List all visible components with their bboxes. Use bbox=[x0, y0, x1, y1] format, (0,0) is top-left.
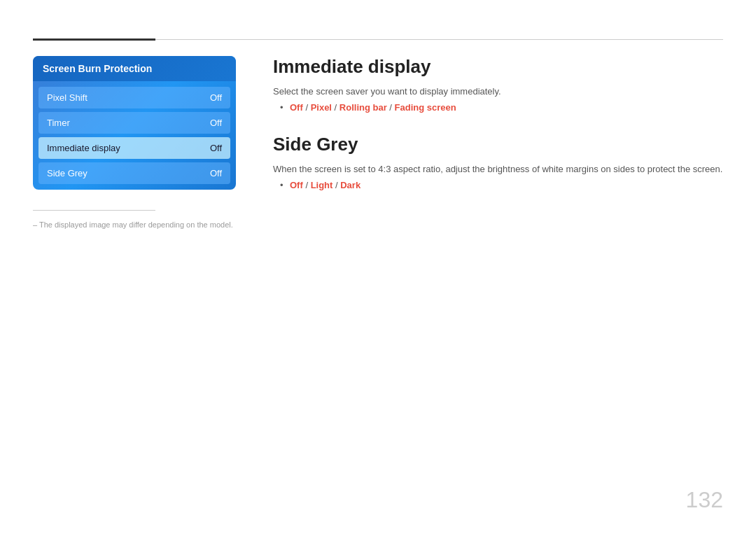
option-list-side-grey: Off / Light / Dark bbox=[273, 180, 723, 190]
section-title-side-grey: Side Grey bbox=[273, 134, 723, 155]
opt-off-immediate: Off bbox=[290, 102, 303, 113]
right-content: Immediate display Select the screen save… bbox=[273, 56, 723, 211]
menu-items: Pixel Shift Off Timer Off Immediate disp… bbox=[33, 81, 236, 190]
section-side-grey: Side Grey When the screen is set to 4:3 … bbox=[273, 134, 723, 190]
opt-rolling-bar: Rolling bar bbox=[340, 102, 387, 113]
menu-item-pixel-shift[interactable]: Pixel Shift Off bbox=[38, 87, 230, 108]
opt-off-side-grey: Off bbox=[290, 180, 303, 190]
menu-title: Screen Burn Protection bbox=[33, 56, 236, 81]
top-decorative-lines bbox=[33, 38, 723, 41]
footer-note: – The displayed image may differ dependi… bbox=[33, 220, 233, 229]
section-title-immediate-display: Immediate display bbox=[273, 56, 723, 78]
option-list-immediate-display: Off / Pixel / Rolling bar / Fading scree… bbox=[273, 102, 723, 113]
menu-box: Screen Burn Protection Pixel Shift Off T… bbox=[33, 56, 236, 190]
menu-item-timer[interactable]: Timer Off bbox=[38, 112, 230, 134]
menu-item-value-immediate-display: Off bbox=[210, 143, 222, 153]
menu-item-label-immediate-display: Immediate display bbox=[47, 143, 120, 153]
opt-light: Light bbox=[311, 180, 333, 190]
opt-fading-screen: Fading screen bbox=[395, 102, 456, 113]
menu-item-immediate-display[interactable]: Immediate display Off bbox=[38, 137, 230, 159]
menu-item-label-pixel-shift: Pixel Shift bbox=[47, 92, 88, 103]
menu-item-value-side-grey: Off bbox=[210, 168, 222, 178]
menu-item-value-pixel-shift: Off bbox=[210, 92, 222, 103]
option-item-side-grey: Off / Light / Dark bbox=[280, 180, 723, 190]
menu-item-value-timer: Off bbox=[210, 118, 222, 128]
section-immediate-display: Immediate display Select the screen save… bbox=[273, 56, 723, 113]
opt-pixel: Pixel bbox=[311, 102, 332, 113]
left-panel: Screen Burn Protection Pixel Shift Off T… bbox=[33, 56, 236, 190]
divider-line bbox=[33, 210, 155, 211]
menu-item-label-timer: Timer bbox=[47, 118, 70, 128]
top-line-light bbox=[155, 39, 723, 40]
top-line-dark bbox=[33, 38, 155, 41]
menu-item-side-grey[interactable]: Side Grey Off bbox=[38, 162, 230, 184]
menu-item-label-side-grey: Side Grey bbox=[47, 168, 88, 178]
option-item-immediate-display: Off / Pixel / Rolling bar / Fading scree… bbox=[280, 102, 723, 113]
section-description-immediate-display: Select the screen saver you want to disp… bbox=[273, 86, 723, 97]
page-number: 132 bbox=[686, 487, 723, 513]
section-description-side-grey: When the screen is set to 4:3 aspect rat… bbox=[273, 164, 723, 174]
opt-dark: Dark bbox=[340, 180, 360, 190]
